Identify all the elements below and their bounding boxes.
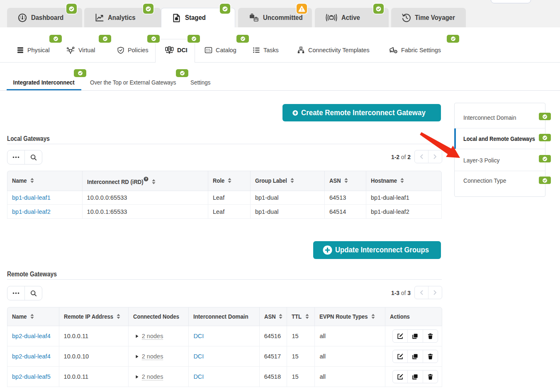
svg-text:?: ?	[145, 177, 147, 181]
